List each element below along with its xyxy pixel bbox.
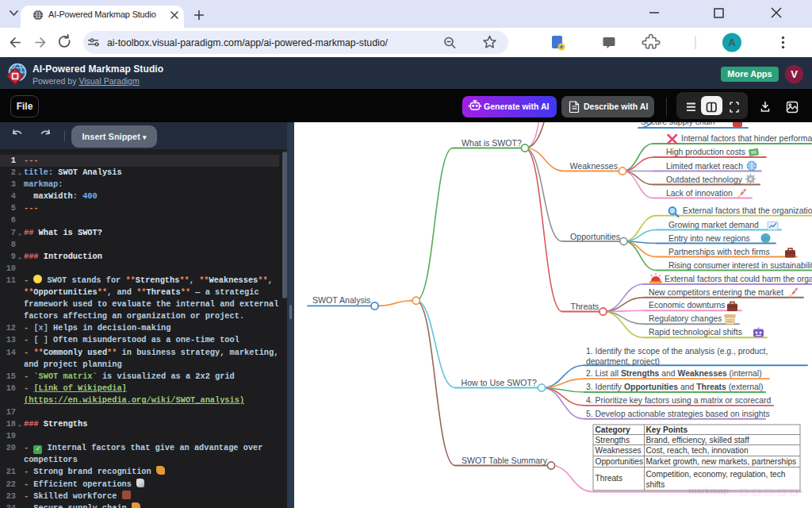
svg-text:Market growth, new markets, pa: Market growth, new markets, partnerships xyxy=(646,457,797,466)
svg-text:Cost, reach, tech, innovation: Cost, reach, tech, innovation xyxy=(646,446,749,455)
svg-text:Growing market demand: Growing market demand xyxy=(668,221,759,229)
svg-text:External factors that the orga: External factors that the organization c… xyxy=(683,206,812,215)
svg-text:Regulatory changes: Regulatory changes xyxy=(649,314,722,323)
svg-text:Threats: Threats xyxy=(596,474,623,483)
svg-text:Limited market reach: Limited market reach xyxy=(666,162,743,171)
svg-text:Brand, efficiency, skilled sta: Brand, efficiency, skilled staff xyxy=(646,436,749,444)
svg-text:Lack of innovation: Lack of innovation xyxy=(666,189,733,198)
svg-text:SWOT Table Summary: SWOT Table Summary xyxy=(462,456,548,465)
svg-text:Weaknesses: Weaknesses xyxy=(570,161,618,171)
svg-text:4. Prioritize key factors usin: 4. Prioritize key factors using a matrix… xyxy=(586,396,772,405)
svg-text:How to Use SWOT?: How to Use SWOT? xyxy=(462,378,537,387)
svg-text:Entry into new regions: Entry into new regions xyxy=(668,234,750,243)
svg-text:department, project): department, project) xyxy=(586,357,660,366)
svg-text:Opportunities: Opportunities xyxy=(596,457,644,466)
svg-text:New competitors entering the m: New competitors entering the market xyxy=(649,288,783,297)
svg-text:High production costs: High production costs xyxy=(666,148,745,156)
svg-text:Outdated technology: Outdated technology xyxy=(666,175,743,184)
svg-text:Secure supply chain: Secure supply chain xyxy=(641,122,715,126)
svg-text:Threats: Threats xyxy=(571,302,599,311)
svg-text:2. List all Strengths and Weak: 2. List all Strengths and Weaknesses (in… xyxy=(586,369,762,378)
svg-text:Rapid technological shifts: Rapid technological shifts xyxy=(649,328,742,337)
svg-text:1. Identify the scope of the a: 1. Identify the scope of the analysis (e… xyxy=(586,347,768,356)
svg-text:Internal factors that hinder p: Internal factors that hinder performance xyxy=(681,134,812,143)
svg-text:Competition, economy, regulati: Competition, economy, regulation, tech xyxy=(646,470,786,479)
svg-text:Strengths: Strengths xyxy=(596,436,630,444)
svg-text:Partnerships with tech firms: Partnerships with tech firms xyxy=(668,248,770,256)
svg-text:Weaknesses: Weaknesses xyxy=(596,446,642,455)
svg-text:3. Identify Opportunities and: 3. Identify Opportunities and Threats (e… xyxy=(586,383,764,391)
svg-text:Rising consumer interest in su: Rising consumer interest in sustainabili… xyxy=(668,261,812,270)
svg-text:5. Develop actionable strategi: 5. Develop actionable strategies based o… xyxy=(586,410,770,418)
svg-text:A: A xyxy=(728,37,735,48)
svg-text:shifts: shifts xyxy=(646,480,665,489)
svg-text:Opportunities: Opportunities xyxy=(570,232,620,241)
svg-text:Economic downturns: Economic downturns xyxy=(649,301,725,310)
svg-text:markmap: markmap xyxy=(688,486,729,495)
svg-text:What is SWOT?: What is SWOT? xyxy=(462,138,522,148)
svg-text:External factors that could ha: External factors that could harm the org… xyxy=(665,275,812,283)
svg-text:SWOT Analysis: SWOT Analysis xyxy=(312,295,370,305)
svg-text:Category: Category xyxy=(596,425,630,434)
svg-text:Key Points: Key Points xyxy=(646,425,688,434)
